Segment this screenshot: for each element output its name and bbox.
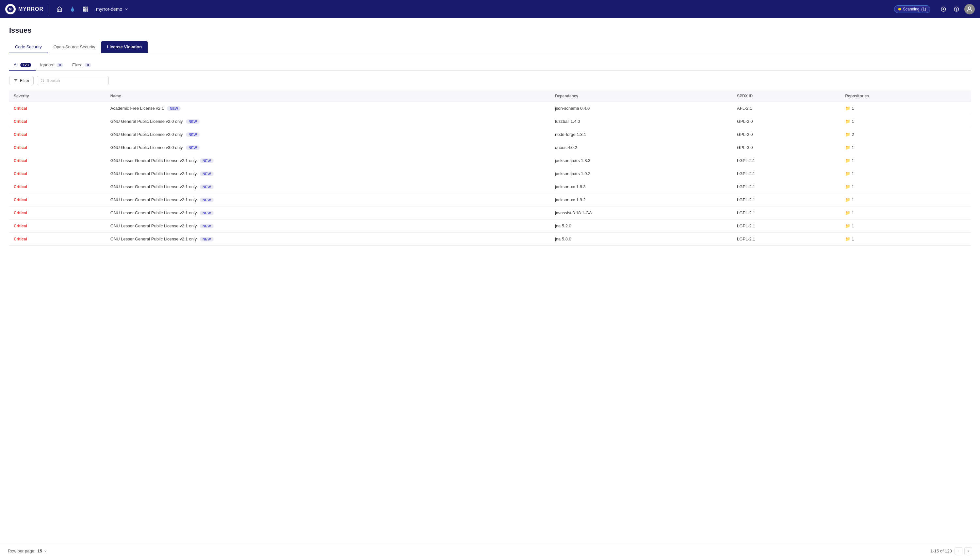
grid-icon[interactable] — [80, 4, 91, 15]
scanning-label: Scanning — [903, 7, 919, 11]
severity-badge: Critical — [14, 158, 27, 163]
svg-point-20 — [41, 79, 43, 82]
spdx-cell: LGPL-2.1 — [733, 167, 841, 181]
repo-number: 2 — [852, 132, 854, 137]
svg-rect-6 — [85, 9, 86, 10]
issue-name: GNU Lesser General Public License v2.1 o… — [110, 197, 197, 202]
name-cell: GNU Lesser General Public License v2.1 o… — [106, 181, 551, 194]
severity-badge: Critical — [14, 132, 27, 137]
repo-icon: 📁 — [845, 197, 850, 202]
severity-cell: Critical — [9, 154, 106, 167]
issue-name: GNU General Public License v2.0 only — [110, 132, 183, 137]
spdx-cell: GPL-2.0 — [733, 115, 841, 128]
spdx-cell: AFL-2.1 — [733, 102, 841, 115]
table-row[interactable]: Critical GNU Lesser General Public Licen… — [9, 181, 971, 194]
logo-icon: M — [5, 4, 16, 15]
svg-rect-8 — [83, 10, 84, 11]
col-dependency: Dependency — [551, 90, 733, 102]
table-row[interactable]: Critical GNU Lesser General Public Licen… — [9, 233, 971, 246]
repo-count: 📁 1 — [845, 210, 966, 215]
issue-name: Academic Free License v2.1 — [110, 106, 164, 111]
dependency-cell: node-forge 1.3.1 — [551, 128, 733, 141]
issue-name: GNU General Public License v3.0 only — [110, 145, 183, 150]
filter-tab-fixed-label: Fixed — [72, 62, 83, 67]
repo-count: 📁 1 — [845, 158, 966, 163]
spdx-cell: LGPL-2.1 — [733, 220, 841, 233]
filter-tabs: All 123 Ignored 0 Fixed 0 — [9, 60, 971, 71]
repo-icon: 📁 — [845, 210, 850, 215]
help-icon[interactable] — [951, 4, 962, 15]
flame-icon[interactable] — [67, 4, 78, 15]
dependency-cell: jackson-jaxrs 1.8.3 — [551, 154, 733, 167]
repo-number: 1 — [852, 236, 854, 241]
table-row[interactable]: Critical Academic Free License v2.1 NEW … — [9, 102, 971, 115]
severity-cell: Critical — [9, 128, 106, 141]
search-icon — [41, 79, 45, 83]
table-row[interactable]: Critical GNU Lesser General Public Licen… — [9, 194, 971, 207]
spdx-value: LGPL-2.1 — [737, 223, 755, 228]
table-row[interactable]: Critical GNU General Public License v2.0… — [9, 115, 971, 128]
tab-code-security[interactable]: Code Security — [9, 41, 48, 53]
filter-tab-fixed[interactable]: Fixed 0 — [68, 60, 96, 71]
name-cell: GNU Lesser General Public License v2.1 o… — [106, 207, 551, 220]
filter-label: Filter — [20, 78, 29, 83]
home-icon[interactable] — [54, 4, 65, 15]
avatar[interactable] — [964, 4, 975, 15]
header-divider — [49, 5, 49, 14]
issue-name: GNU Lesser General Public License v2.1 o… — [110, 210, 197, 215]
repo-number: 1 — [852, 210, 854, 215]
project-selector[interactable]: myrror-demo — [96, 7, 129, 12]
repos-cell: 📁 1 — [841, 220, 971, 233]
dependency-value: jackson-jaxrs 1.9.2 — [555, 171, 590, 176]
search-wrapper[interactable] — [37, 76, 109, 85]
filter-tab-all[interactable]: All 123 — [9, 60, 36, 71]
filter-tab-all-label: All — [14, 62, 18, 67]
dependency-cell: jna 5.2.0 — [551, 220, 733, 233]
dependency-cell: jna 5.8.0 — [551, 233, 733, 246]
col-repositories: Repositories — [841, 90, 971, 102]
dependency-value: jackson-jaxrs 1.8.3 — [555, 158, 590, 163]
repo-icon: 📁 — [845, 145, 850, 150]
add-icon[interactable] — [938, 4, 949, 15]
new-badge: NEW — [200, 185, 214, 189]
svg-rect-10 — [87, 10, 88, 11]
name-cell: GNU Lesser General Public License v2.1 o… — [106, 220, 551, 233]
new-badge: NEW — [200, 211, 214, 215]
repo-number: 1 — [852, 197, 854, 202]
table-row[interactable]: Critical GNU Lesser General Public Licen… — [9, 207, 971, 220]
table-row[interactable]: Critical GNU General Public License v2.0… — [9, 128, 971, 141]
tab-license-violation[interactable]: License Violation — [101, 41, 148, 53]
app-logo[interactable]: M MYRROR — [5, 4, 43, 15]
repos-cell: 📁 1 — [841, 141, 971, 154]
dependency-cell: qrious 4.0.2 — [551, 141, 733, 154]
severity-cell: Critical — [9, 167, 106, 181]
svg-point-16 — [968, 7, 970, 9]
table-row[interactable]: Critical GNU Lesser General Public Licen… — [9, 220, 971, 233]
spdx-cell: LGPL-2.1 — [733, 181, 841, 194]
new-badge: NEW — [200, 158, 214, 163]
repos-cell: 📁 1 — [841, 154, 971, 167]
issue-name: GNU General Public License v2.0 only — [110, 119, 183, 124]
tab-open-source-security[interactable]: Open-Source Security — [48, 41, 101, 53]
spdx-value: LGPL-2.1 — [737, 171, 755, 176]
name-cell: GNU General Public License v2.0 only NEW — [106, 115, 551, 128]
search-input[interactable] — [47, 78, 105, 83]
spdx-cell: GPL-2.0 — [733, 128, 841, 141]
severity-badge: Critical — [14, 224, 27, 228]
scanning-badge[interactable]: Scanning (1) — [894, 5, 930, 13]
repos-cell: 📁 1 — [841, 207, 971, 220]
dependency-value: fuzzball 1.4.0 — [555, 119, 580, 124]
new-badge: NEW — [186, 119, 200, 124]
filter-button[interactable]: Filter — [9, 76, 34, 85]
new-badge: NEW — [186, 145, 200, 150]
new-badge: NEW — [200, 198, 214, 202]
severity-cell: Critical — [9, 102, 106, 115]
filter-tab-ignored[interactable]: Ignored 0 — [36, 60, 68, 71]
nav-icons — [54, 4, 91, 15]
table-row[interactable]: Critical GNU Lesser General Public Licen… — [9, 167, 971, 181]
dependency-value: jackson-xc 1.8.3 — [555, 184, 586, 189]
spdx-cell: LGPL-2.1 — [733, 207, 841, 220]
spdx-value: LGPL-2.1 — [737, 158, 755, 163]
table-row[interactable]: Critical GNU General Public License v3.0… — [9, 141, 971, 154]
table-row[interactable]: Critical GNU Lesser General Public Licen… — [9, 154, 971, 167]
